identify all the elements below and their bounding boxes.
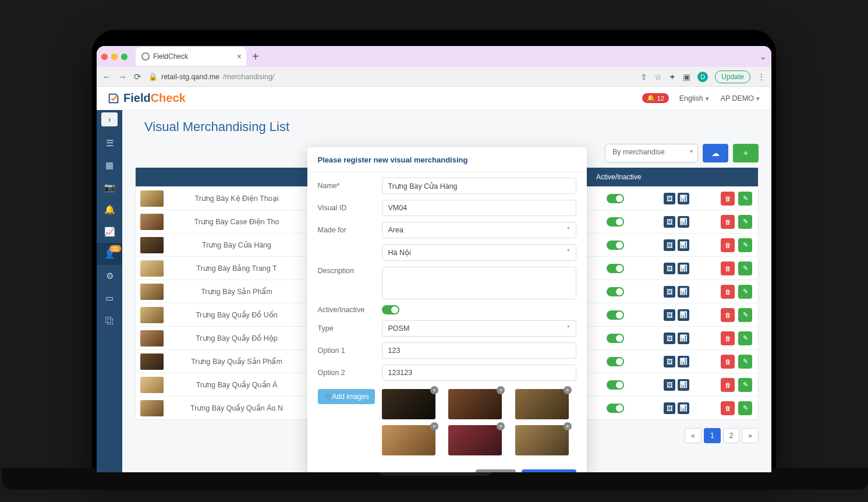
image-button[interactable]: 🖼 xyxy=(664,309,675,321)
browser-tab[interactable]: FieldCheck × xyxy=(136,47,246,66)
type-select[interactable]: POSM xyxy=(382,320,576,337)
description-input[interactable] xyxy=(382,267,576,299)
stats-button[interactable]: 📊 xyxy=(678,402,689,414)
sidebar-item-dashboard[interactable]: ☰ xyxy=(97,132,122,154)
chevron-down-icon[interactable]: ⌄ xyxy=(760,52,767,61)
filter-select[interactable]: By merchandise xyxy=(605,144,698,162)
made-for-sub-select[interactable]: Hà Nội xyxy=(382,244,576,261)
delete-button[interactable]: 🗑 xyxy=(721,378,735,392)
new-tab-button[interactable]: + xyxy=(252,50,259,63)
back-icon[interactable]: ← xyxy=(102,72,111,82)
edit-button[interactable]: ✎ xyxy=(738,215,752,229)
window-maximize[interactable] xyxy=(121,54,127,60)
delete-button[interactable]: 🗑 xyxy=(721,238,735,252)
delete-button[interactable]: 🗑 xyxy=(721,308,735,322)
edit-button[interactable]: ✎ xyxy=(738,192,752,206)
active-toggle-modal[interactable] xyxy=(382,305,399,314)
page-next[interactable]: » xyxy=(742,428,759,443)
image-button[interactable]: 🖼 xyxy=(664,263,675,274)
option2-input[interactable] xyxy=(382,365,576,381)
remove-image-icon[interactable]: × xyxy=(564,422,572,430)
edit-button[interactable]: ✎ xyxy=(738,261,752,275)
remove-image-icon[interactable]: × xyxy=(497,386,505,394)
sidebar-item-camera[interactable]: 📷 xyxy=(97,176,122,199)
sidebar-item-users[interactable]: 👤31 xyxy=(97,243,122,265)
image-button[interactable]: 🖼 xyxy=(664,402,675,414)
image-button[interactable]: 🖼 xyxy=(664,216,675,228)
edit-button[interactable]: ✎ xyxy=(738,378,752,392)
uploaded-image[interactable]: × xyxy=(382,389,435,419)
delete-button[interactable]: 🗑 xyxy=(721,401,735,415)
menu-icon[interactable]: ⋮ xyxy=(757,72,766,82)
active-toggle[interactable] xyxy=(607,217,624,227)
edit-button[interactable]: ✎ xyxy=(738,308,752,322)
profile-badge[interactable]: D xyxy=(697,72,708,82)
uploaded-image[interactable]: × xyxy=(382,425,435,455)
remove-image-icon[interactable]: × xyxy=(564,386,572,394)
star-icon[interactable]: ☆ xyxy=(654,72,662,82)
window-close[interactable] xyxy=(101,54,108,60)
delete-button[interactable]: 🗑 xyxy=(721,285,735,299)
image-button[interactable]: 🖼 xyxy=(664,239,675,251)
image-button[interactable]: 🖼 xyxy=(664,193,675,204)
delete-button[interactable]: 🗑 xyxy=(721,331,735,345)
page-prev[interactable]: « xyxy=(685,428,702,443)
extension-icon[interactable]: ✦ xyxy=(669,72,676,82)
remove-image-icon[interactable]: × xyxy=(497,422,505,430)
edit-button[interactable]: ✎ xyxy=(738,331,752,345)
add-images-button[interactable]: 📎Add images xyxy=(318,389,375,404)
delete-button[interactable]: 🗑 xyxy=(721,261,735,275)
visual-id-input[interactable] xyxy=(382,200,576,216)
submit-button[interactable]: 💾Submit xyxy=(522,469,576,472)
update-button[interactable]: Update xyxy=(715,70,750,83)
page-2[interactable]: 2 xyxy=(723,428,740,443)
stats-button[interactable]: 📊 xyxy=(678,239,689,251)
notification-badge[interactable]: 🔔 12 xyxy=(642,93,669,103)
delete-button[interactable]: 🗑 xyxy=(721,355,735,369)
delete-button[interactable]: 🗑 xyxy=(721,192,735,206)
made-for-select[interactable]: Area xyxy=(382,222,576,238)
uploaded-image[interactable]: × xyxy=(515,389,569,419)
language-selector[interactable]: English▼ xyxy=(679,94,710,102)
sidebar-item-analytics[interactable]: 📈 xyxy=(97,221,122,243)
window-minimize[interactable] xyxy=(111,54,118,60)
stats-button[interactable]: 📊 xyxy=(678,379,689,391)
forward-icon[interactable]: → xyxy=(118,72,127,82)
active-toggle[interactable] xyxy=(607,194,624,203)
delete-button[interactable]: 🗑 xyxy=(721,215,735,229)
panel-icon[interactable]: ▣ xyxy=(683,72,690,82)
uploaded-image[interactable]: × xyxy=(515,425,569,455)
edit-button[interactable]: ✎ xyxy=(738,355,752,369)
image-button[interactable]: 🖼 xyxy=(664,286,675,298)
image-button[interactable]: 🖼 xyxy=(664,333,675,344)
add-button[interactable]: ＋ xyxy=(733,144,759,162)
page-1[interactable]: 1 xyxy=(704,428,721,443)
active-toggle[interactable] xyxy=(607,310,624,320)
edit-button[interactable]: ✎ xyxy=(738,285,752,299)
image-button[interactable]: 🖼 xyxy=(664,356,675,367)
edit-button[interactable]: ✎ xyxy=(738,401,752,415)
sidebar-item-copy[interactable]: ⿻ xyxy=(97,309,122,331)
active-toggle[interactable] xyxy=(607,241,624,250)
url-field[interactable]: 🔒 retail-stg.qand.me/merchandising/ xyxy=(148,72,633,81)
stats-button[interactable]: 📊 xyxy=(678,263,689,274)
close-button[interactable]: Close xyxy=(476,469,516,472)
sidebar-item-calendar[interactable]: ▦ xyxy=(97,154,122,176)
upload-button[interactable]: ☁ xyxy=(703,144,728,162)
sidebar-item-idcard[interactable]: ▭ xyxy=(97,287,122,309)
sidebar-toggle[interactable]: › xyxy=(101,112,118,126)
stats-button[interactable]: 📊 xyxy=(678,193,689,204)
stats-button[interactable]: 📊 xyxy=(678,333,689,344)
image-button[interactable]: 🖼 xyxy=(664,379,675,391)
close-icon[interactable]: × xyxy=(237,52,242,61)
active-toggle[interactable] xyxy=(607,404,624,413)
remove-image-icon[interactable]: × xyxy=(430,386,438,394)
edit-button[interactable]: ✎ xyxy=(738,238,752,252)
uploaded-image[interactable]: × xyxy=(448,389,502,419)
name-input[interactable] xyxy=(382,178,576,194)
remove-image-icon[interactable]: × xyxy=(430,422,438,430)
sidebar-item-notifications[interactable]: 🔔 xyxy=(97,199,122,221)
stats-button[interactable]: 📊 xyxy=(678,216,689,228)
stats-button[interactable]: 📊 xyxy=(678,309,689,321)
stats-button[interactable]: 📊 xyxy=(678,356,689,367)
